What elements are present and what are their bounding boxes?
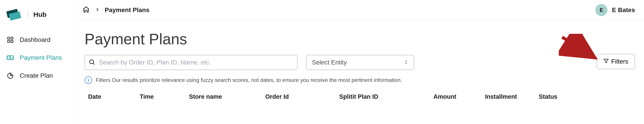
breadcrumb-current: Payment Plans	[105, 6, 149, 14]
info-row: i Filters Our results prioritize relevan…	[84, 76, 635, 84]
content: Payment Plans Select Entity	[76, 20, 644, 100]
filter-icon	[603, 58, 609, 65]
logo-block: Hub	[0, 7, 75, 22]
breadcrumb: Payment Plans	[82, 6, 149, 14]
nav: Dashboard Payment Plans Create Plan	[0, 36, 75, 80]
logo-divider	[28, 11, 28, 18]
search-input[interactable]	[99, 59, 294, 66]
select-chevron-icon	[404, 59, 408, 66]
sidebar-item-label: Dashboard	[20, 36, 50, 43]
topbar: Payment Plans E E Bates	[76, 0, 644, 20]
column-installment: Installment	[485, 93, 539, 100]
controls-row: Select Entity	[84, 55, 635, 70]
home-icon[interactable]	[82, 6, 90, 14]
table-header: Date Time Store name Order Id Splitit Pl…	[84, 93, 635, 100]
main: Payment Plans E E Bates Payment Plans Se…	[75, 0, 644, 124]
chevron-right-icon	[95, 7, 100, 14]
sidebar-item-label: Payment Plans	[20, 54, 62, 61]
page-title: Payment Plans	[84, 30, 635, 48]
svg-point-7	[10, 57, 11, 58]
svg-point-8	[90, 60, 94, 64]
svg-rect-5	[11, 40, 13, 42]
sidebar-item-payment-plans[interactable]: Payment Plans	[6, 54, 75, 62]
cash-icon	[6, 54, 14, 62]
svg-rect-2	[8, 37, 10, 39]
avatar: E	[595, 4, 608, 16]
logo-icon	[4, 7, 22, 22]
column-store: Store name	[189, 93, 265, 100]
user-name: E Bates	[612, 6, 635, 14]
svg-rect-3	[11, 37, 13, 39]
select-entity[interactable]: Select Entity	[306, 55, 414, 70]
sidebar-item-label: Create Plan	[20, 72, 53, 79]
app-name: Hub	[34, 11, 46, 18]
filters-button[interactable]: Filters	[596, 54, 635, 69]
sidebar-item-create-plan[interactable]: Create Plan	[6, 72, 75, 80]
svg-rect-6	[7, 56, 14, 60]
info-text: Filters Our results prioritize relevance…	[96, 77, 402, 83]
select-entity-label: Select Entity	[312, 59, 347, 66]
sidebar-item-dashboard[interactable]: Dashboard	[6, 36, 75, 44]
column-amount: Amount	[434, 93, 485, 100]
search-input-wrap[interactable]	[84, 55, 298, 70]
column-order: Order Id	[265, 93, 339, 100]
pie-plus-icon	[6, 72, 14, 80]
column-status: Status	[539, 93, 584, 100]
user-block[interactable]: E E Bates	[595, 4, 635, 16]
column-date: Date	[88, 93, 140, 100]
search-icon	[88, 59, 95, 66]
sidebar: Hub Dashboard Payment Pl	[0, 0, 75, 124]
svg-line-9	[93, 63, 95, 65]
svg-rect-4	[8, 40, 10, 42]
column-plan: Splitit Plan ID	[339, 93, 434, 100]
grid-icon	[6, 36, 14, 44]
column-time: Time	[140, 93, 189, 100]
filters-label: Filters	[611, 58, 628, 65]
info-icon: i	[84, 76, 92, 84]
